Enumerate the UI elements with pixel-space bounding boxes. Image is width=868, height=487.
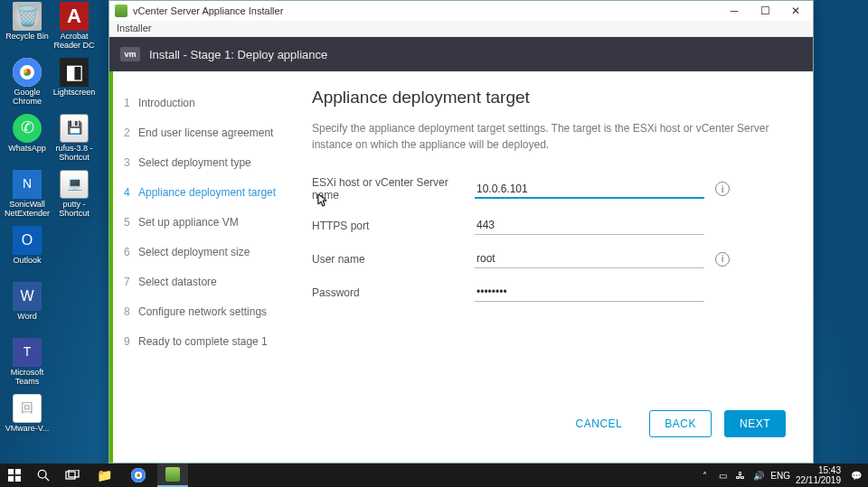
tray-volume-icon[interactable]: 🔊 [752,469,765,482]
desktop-icon-label: rufus-3.8 - Shortcut [51,145,98,163]
taskbar-app-chrome[interactable] [123,464,154,487]
wizard-steps: 1Introduction 2End user license agreemen… [113,71,303,463]
desktop-icon-label: Microsoft Teams [4,369,51,387]
page-description: Specify the appliance deployment target … [312,120,773,153]
svg-rect-0 [8,469,14,474]
window-titlebar[interactable]: vCenter Server Appliance Installer ─ ☐ ✕ [109,1,813,21]
lightscreen-icon: ◧ [60,58,89,87]
desktop-icon-putty[interactable]: 💻 putty - Shortcut [51,170,98,219]
desktop-icon-rufus[interactable]: 💾 rufus-3.8 - Shortcut [51,114,98,163]
recycle-bin-icon: 🗑️ [13,2,42,31]
stage-header: vm Install - Stage 1: Deploy appliance [109,37,813,71]
port-input[interactable] [475,216,704,235]
desktop-icon-label: Lightscreen [51,89,98,98]
app-icon [115,5,127,17]
desktop-icon-lightscreen[interactable]: ◧ Lightscreen [51,58,98,98]
user-label: User name [312,253,475,266]
svg-rect-3 [15,476,21,482]
page-heading: Appliance deployment target [312,88,786,108]
vmware-icon: 回 [13,394,42,423]
svg-rect-7 [69,470,79,477]
back-button[interactable]: BACK [649,410,712,437]
minimize-button[interactable]: ─ [719,2,750,20]
search-button[interactable] [31,464,56,487]
teams-icon: T [13,338,42,367]
tray-battery-icon[interactable]: ▭ [716,469,729,482]
desktop-icon-acrobat[interactable]: A Acrobat Reader DC [51,2,98,51]
tray-date: 22/11/2019 [796,475,841,485]
whatsapp-icon: ✆ [13,114,42,143]
stage-title: Install - Stage 1: Deploy appliance [149,48,327,61]
desktop-icon-whatsapp[interactable]: ✆ WhatsApp [4,114,51,154]
tray-network-icon[interactable]: 🖧 [734,469,747,482]
info-icon[interactable]: i [715,252,730,267]
step-ready[interactable]: 9Ready to complete stage 1 [113,326,303,356]
desktop-icon-label: Recycle Bin [4,33,51,42]
chrome-icon [13,58,42,87]
user-input[interactable] [475,249,704,268]
sonicwall-icon: N [13,170,42,199]
cancel-button[interactable]: CANCEL [561,411,637,436]
step-introduction[interactable]: 1Introduction [113,88,303,117]
desktop-icon-outlook[interactable]: O Outlook [4,226,51,266]
desktop-icon-chrome[interactable]: Google Chrome [4,58,51,107]
desktop-icon-label: Acrobat Reader DC [51,33,98,51]
acrobat-icon: A [60,2,89,31]
vmware-badge-icon: vm [120,47,140,61]
menu-installer[interactable]: Installer [117,23,152,33]
content-pane: Appliance deployment target Specify the … [303,71,813,463]
taskbar-app-explorer[interactable]: 📁 [89,464,119,487]
desktop-icon-label: Outlook [4,257,51,266]
step-deployment-type[interactable]: 3Select deployment type [113,147,303,177]
maximize-button[interactable]: ☐ [750,2,780,20]
desktop-icon-label: VMware-V... [4,425,51,434]
window-title: vCenter Server Appliance Installer [133,5,283,16]
port-label: HTTPS port [312,220,475,232]
word-icon: W [13,282,42,311]
step-deployment-target[interactable]: 4Appliance deployment target [113,177,303,207]
task-view-button[interactable] [60,464,85,487]
desktop-icon-label: putty - Shortcut [51,201,98,219]
step-datastore[interactable]: 7Select datastore [113,267,303,296]
wizard-footer: CANCEL BACK NEXT [312,399,786,454]
tray-notifications-icon[interactable]: 💬 [850,469,863,482]
start-button[interactable] [2,464,27,487]
putty-icon: 💻 [60,170,89,199]
desktop-icon-label: Google Chrome [4,89,51,107]
info-icon[interactable]: i [715,182,730,196]
next-button[interactable]: NEXT [724,410,786,437]
host-input[interactable] [475,180,704,199]
tray-chevron-up-icon[interactable]: ˄ [698,469,711,482]
desktop-icon-label: SonicWall NetExtender [4,201,51,219]
step-network[interactable]: 8Configure network settings [113,296,303,326]
desktop-icon-label: Word [4,313,51,322]
installer-window: vCenter Server Appliance Installer ─ ☐ ✕… [108,0,814,464]
svg-rect-1 [15,469,21,474]
menubar: Installer [109,21,813,37]
tray-language[interactable]: ENG [770,469,790,482]
desktop-icon-teams[interactable]: T Microsoft Teams [4,338,51,387]
desktop-icon-recycle-bin[interactable]: 🗑️ Recycle Bin [4,2,51,42]
svg-line-5 [45,477,49,481]
desktop-icon-sonicwall[interactable]: N SonicWall NetExtender [4,170,51,219]
password-label: Password [312,286,475,299]
desktop-icon-label: WhatsApp [4,145,51,154]
svg-rect-6 [66,472,75,479]
step-deployment-size[interactable]: 6Select deployment size [113,237,303,267]
svg-point-4 [38,470,46,478]
desktop-icon-vmware[interactable]: 回 VMware-V... [4,394,51,434]
rufus-icon: 💾 [60,114,89,143]
outlook-icon: O [13,226,42,255]
tray-clock[interactable]: 15:43 22/11/2019 [796,465,844,485]
desktop-icon-word[interactable]: W Word [4,282,51,322]
step-setup-vm[interactable]: 5Set up appliance VM [113,207,303,237]
step-eula[interactable]: 2End user license agreement [113,117,303,147]
taskbar: 📁 ˄ ▭ 🖧 🔊 ENG 15:43 22/11/2019 💬 [0,464,868,487]
tray-time: 15:43 [796,465,841,475]
desktop: 🗑️ Recycle Bin A Acrobat Reader DC Googl… [0,0,868,487]
svg-rect-2 [8,476,14,482]
password-input[interactable] [475,283,704,302]
taskbar-app-installer[interactable] [157,464,188,487]
host-label: ESXi host or vCenter Server name [312,176,475,201]
close-button[interactable]: ✕ [780,2,811,20]
